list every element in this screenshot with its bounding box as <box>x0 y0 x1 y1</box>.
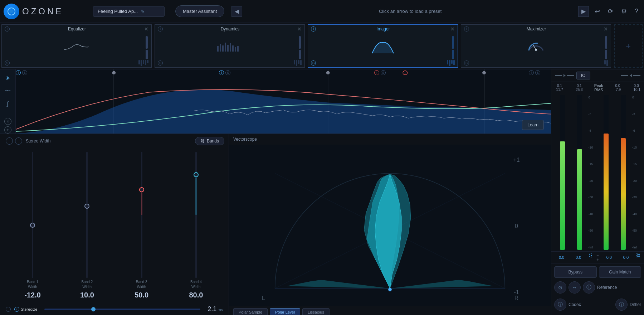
module-maximizer[interactable]: i Maximizer ✕ S <box>461 24 611 68</box>
meter-scale-right: 0 -3 -6 -10 -15 -20 -30 -40 -50 -Inf <box>632 95 641 250</box>
sine-tool[interactable]: ∫ <box>3 99 13 109</box>
left-peak-bottom-label: 0.0 <box>615 84 621 88</box>
band2-fader-track[interactable] <box>86 152 88 278</box>
module-dynamics[interactable]: i Dynamics ✕ S <box>155 24 305 68</box>
right-meter-1 <box>598 95 615 250</box>
vectorscope-header: Vectorscope <box>229 134 551 145</box>
preset-box[interactable]: Feeling Pulled Ap... ✎ <box>93 6 165 17</box>
band4-fader-thumb[interactable] <box>194 172 199 177</box>
max-s-icon[interactable]: S <box>464 60 469 66</box>
dyn-bars-svg <box>215 39 244 53</box>
bottom-right-btns: Bypass Gain Match ⊙ ↔ ⓘ Reference ⓘ Code… <box>551 263 644 315</box>
codec-label: Codec <box>569 302 581 307</box>
link-icon-right[interactable]: ⛓ <box>636 253 640 262</box>
band3-fader-thumb[interactable] <box>139 187 144 192</box>
band1-fader-track[interactable] <box>32 152 33 278</box>
band3-label: Band 3Width <box>136 280 147 290</box>
add-band-btn[interactable]: + <box>4 126 11 134</box>
vectorscope-display: +1 0 -1 L R <box>229 145 551 306</box>
arrows-icon-btn[interactable]: ↔ <box>569 281 581 294</box>
band3-fader-col: Band 3Width 50.0 <box>116 152 167 299</box>
tools-sidebar: ✳ 〜 ∫ ✕ + <box>0 69 16 134</box>
band1-fader-thumb[interactable] <box>30 223 35 228</box>
eq-body <box>2 33 151 59</box>
left-meter-2 <box>571 95 588 250</box>
svg-point-31 <box>388 288 392 291</box>
module-imager[interactable]: i Imager ✕ S <box>308 24 458 68</box>
band2-fader-thumb[interactable] <box>84 204 89 209</box>
gain-match-button[interactable]: Gain Match <box>599 266 641 278</box>
img-info-icon[interactable]: i <box>311 26 316 32</box>
settings-button[interactable]: ⚙ <box>619 5 629 18</box>
meter-val-1[interactable] <box>555 253 568 262</box>
eq-info-icon[interactable]: i <box>5 26 10 32</box>
stereoize-thumb <box>91 307 96 311</box>
spectrum-svg: ! <box>16 69 551 134</box>
learn-button[interactable]: Learn <box>522 120 544 130</box>
left-peak-top-label: -0.1 <box>555 84 563 88</box>
bypass-button[interactable]: Bypass <box>554 266 597 278</box>
svg-rect-6 <box>230 43 231 52</box>
polar-level-btn[interactable]: Polar Level <box>270 308 300 315</box>
fader-area: Band 1Width -12.0 Band 2Width 10.0 <box>0 148 229 303</box>
edit-icon[interactable]: ✎ <box>141 9 145 14</box>
eq-s-icon[interactable]: S <box>5 60 10 66</box>
meter-val-4[interactable] <box>619 253 633 262</box>
header: OZONE Feeling Pulled Ap... ✎ Master Assi… <box>0 0 644 23</box>
svg-rect-8 <box>235 47 236 52</box>
dyn-s-icon[interactable]: S <box>158 60 163 66</box>
dyn-close-icon[interactable]: ✕ <box>297 26 302 32</box>
stereoize-info-icon[interactable]: i <box>14 307 19 312</box>
eq-close-icon[interactable]: ✕ <box>144 26 148 32</box>
vectorscope-panel: Vectorscope +1 0 -1 L R <box>229 134 551 315</box>
right-panel: IO -0.1 -11.7 -0.1 -25.3 Peak RMS 0.0 <box>551 69 644 315</box>
link-icon-left[interactable]: ⛓ <box>589 253 593 262</box>
svg-point-16 <box>112 71 116 74</box>
eq-curve-svg <box>62 39 91 53</box>
next-preset-arrow[interactable]: ▶ <box>578 6 589 17</box>
band3-value: 50.0 <box>135 291 148 299</box>
meter-val-2[interactable] <box>572 253 585 262</box>
main-area: 20 100 140 200 500 1k 2.00k 5k 10.0k 20k… <box>0 69 644 315</box>
prev-preset-arrow[interactable]: ◀ <box>231 6 242 17</box>
stereoize-toggle-circle[interactable] <box>6 307 11 312</box>
img-body <box>308 33 458 59</box>
channel-icon-btn[interactable]: ⊙ <box>554 281 566 294</box>
right-meter-2-track <box>621 95 626 250</box>
info-icon-btn[interactable]: ⓘ <box>583 281 595 294</box>
bands-button[interactable]: ⛓ Bands <box>195 137 224 145</box>
preset-nav: ◀ Click an arrow to load a preset ▶ <box>231 6 589 17</box>
remove-band-btn[interactable]: ✕ <box>4 118 11 125</box>
info-icon-btn-2[interactable]: ⓘ <box>554 299 566 311</box>
max-body <box>461 33 611 59</box>
left-rms-bottom-label: -7.9 <box>615 88 621 92</box>
undo-button[interactable]: ↩ <box>592 5 602 18</box>
left-meter-1 <box>554 95 571 250</box>
add-module-button[interactable]: + <box>614 24 643 68</box>
right-rms-top-label: -25.3 <box>575 88 583 92</box>
history-button[interactable]: ⟳ <box>606 5 615 18</box>
eq-footer: S <box>2 59 151 67</box>
img-close-icon[interactable]: ✕ <box>450 26 455 32</box>
stereoize-slider[interactable] <box>44 309 200 310</box>
dither-info-btn[interactable]: ⓘ <box>615 299 628 311</box>
max-info-icon[interactable]: i <box>464 26 469 32</box>
dyn-info-icon[interactable]: i <box>158 26 163 32</box>
master-assistant-button[interactable]: Master Assistant <box>175 5 224 17</box>
left-meter-2-track <box>577 95 582 250</box>
img-s-icon[interactable]: S <box>311 60 316 66</box>
band3-fader-track[interactable] <box>141 152 142 278</box>
max-close-icon[interactable]: ✕ <box>604 26 608 32</box>
help-button[interactable]: ? <box>633 5 640 17</box>
band4-fader-track[interactable] <box>195 152 197 278</box>
lissajous-btn[interactable]: Lissajous <box>302 308 330 315</box>
stereoize-label: Stereoize <box>21 307 37 311</box>
polar-sample-btn[interactable]: Polar Sample <box>233 308 268 315</box>
cursor-tool[interactable]: ✳ <box>3 73 13 83</box>
io-tab-btn[interactable]: IO <box>576 72 590 79</box>
stereoize-toggle[interactable] <box>6 307 11 312</box>
stereo-width-panel: Stereo Width ⛓ Bands <box>0 134 229 315</box>
module-equalizer[interactable]: i Equalizer ✕ S <box>1 24 152 68</box>
wave-tool[interactable]: 〜 <box>3 86 13 96</box>
meter-val-3[interactable] <box>602 253 616 262</box>
